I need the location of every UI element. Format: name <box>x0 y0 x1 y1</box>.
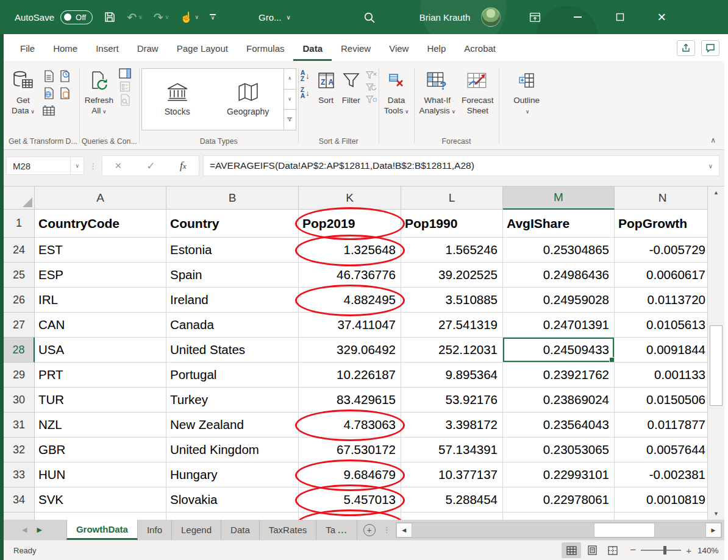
cell-L35[interactable]: 2.664488 <box>401 512 503 520</box>
row-header-28[interactable]: 28 <box>4 338 35 363</box>
cell-A29[interactable]: PRT <box>35 363 166 388</box>
cell-N24[interactable]: -0.005729 <box>615 238 711 263</box>
cell-A28[interactable]: USA <box>35 338 166 363</box>
cell-K32[interactable]: 67.530172 <box>299 438 401 463</box>
ribbon-tab-formulas[interactable]: Formulas <box>237 37 294 61</box>
reapply-filter-icon[interactable] <box>366 83 377 91</box>
redo-button[interactable]: ↷ <box>154 10 163 24</box>
cell-L1[interactable]: Pop1990 <box>401 210 503 238</box>
cell-K25[interactable]: 46.736776 <box>299 263 401 288</box>
row-header-1[interactable]: 1 <box>4 210 35 238</box>
column-header-M[interactable]: M <box>503 186 615 210</box>
share-icon[interactable] <box>677 40 695 56</box>
gallery-up-icon[interactable]: ∧ <box>284 69 296 90</box>
new-sheet-icon[interactable]: + <box>363 524 376 536</box>
column-header-N[interactable]: N <box>615 186 711 210</box>
document-title[interactable]: Gro... <box>259 12 282 23</box>
autosave-toggle[interactable]: Off <box>60 10 93 24</box>
cell-M24[interactable]: 0.25304865 <box>503 238 615 263</box>
vertical-scroll-track[interactable] <box>708 199 724 508</box>
minimize-button[interactable] <box>568 16 587 18</box>
gallery-down-icon[interactable]: ∨ <box>284 90 296 110</box>
cell-A31[interactable]: NZL <box>35 413 166 438</box>
cell-K33[interactable]: 9.684679 <box>299 463 401 487</box>
cell-L29[interactable]: 9.895364 <box>401 363 503 388</box>
cell-L28[interactable]: 252.12031 <box>401 338 503 363</box>
cell-L27[interactable]: 27.541319 <box>401 313 503 338</box>
row-header-26[interactable]: 26 <box>4 288 35 313</box>
cell-B35[interactable]: Latvia <box>166 512 299 520</box>
cell-B34[interactable]: Slovakia <box>166 487 299 512</box>
cell-M34[interactable]: 0.22978061 <box>503 487 615 512</box>
normal-view-icon[interactable] <box>562 542 581 558</box>
cell-B26[interactable]: Ireland <box>166 288 299 313</box>
close-button[interactable]: × <box>652 11 671 23</box>
search-icon[interactable] <box>363 11 376 24</box>
cell-L31[interactable]: 3.398172 <box>401 413 503 438</box>
cell-K24[interactable]: 1.325648 <box>299 238 401 263</box>
maximize-button[interactable] <box>611 13 629 21</box>
cell-M33[interactable]: 0.22993101 <box>503 463 615 487</box>
cell-B25[interactable]: Spain <box>166 263 299 288</box>
cell-K29[interactable]: 10.226187 <box>299 363 401 388</box>
sheet-tab-legend[interactable]: Legend <box>172 520 221 540</box>
cell-B31[interactable]: New Zealand <box>166 413 299 438</box>
avatar[interactable] <box>481 7 501 27</box>
row-header-31[interactable]: 31 <box>4 413 35 438</box>
row-header-30[interactable]: 30 <box>4 388 35 413</box>
formula-input[interactable]: =AVERAGEIFS(Data!AP$2:AP$12811,Data!B$2:… <box>203 155 719 176</box>
touch-mode-dropdown-icon[interactable]: ∨ <box>194 14 199 20</box>
sort-descending-icon[interactable]: ZA↓ <box>301 87 310 99</box>
from-table-icon[interactable] <box>41 102 56 118</box>
from-database-icon[interactable] <box>57 85 72 101</box>
cell-N29[interactable]: 0.001133 <box>615 363 711 388</box>
ribbon-tab-draw[interactable]: Draw <box>128 37 168 61</box>
cell-B28[interactable]: United States <box>166 338 299 363</box>
sheet-tab-taxrates[interactable]: TaxRates <box>260 520 317 540</box>
cell-A1[interactable]: CountryCode <box>35 210 166 238</box>
row-header-32[interactable]: 32 <box>4 438 35 463</box>
cell-M35[interactable]: 0.2234674 <box>503 512 615 520</box>
cell-L25[interactable]: 39.202525 <box>401 263 503 288</box>
recent-sources-icon[interactable] <box>57 68 72 84</box>
zoom-level[interactable]: 140% <box>698 546 724 555</box>
row-header-34[interactable]: 34 <box>4 487 35 512</box>
vertical-scrollbar[interactable]: ▲ ▼ <box>707 186 724 520</box>
cell-K27[interactable]: 37.411047 <box>299 313 401 338</box>
sheet-tab-ta[interactable]: Ta... <box>316 520 357 540</box>
touch-mouse-mode-icon[interactable]: ☝ <box>180 11 193 24</box>
ribbon-tab-acrobat[interactable]: Acrobat <box>455 37 505 61</box>
row-header-24[interactable]: 24 <box>4 238 35 263</box>
ribbon-tab-data[interactable]: Data <box>293 37 332 61</box>
from-text-icon[interactable] <box>41 68 56 84</box>
column-header-L[interactable]: L <box>401 186 503 210</box>
sheet-nav-left-icon[interactable]: ◀ <box>22 526 27 534</box>
name-box-dropdown-icon[interactable]: ∨ <box>70 157 84 174</box>
cell-N30[interactable]: 0.0150506 <box>615 388 711 413</box>
column-header-B[interactable]: B <box>166 186 299 210</box>
ribbon-tab-home[interactable]: Home <box>44 37 87 61</box>
get-data-button[interactable]: Get Data∨ <box>9 67 38 118</box>
user-name[interactable]: Brian Krauth <box>419 12 470 23</box>
page-layout-view-icon[interactable] <box>582 542 602 558</box>
cell-A26[interactable]: IRL <box>35 288 166 313</box>
zoom-slider[interactable] <box>641 550 681 551</box>
what-if-analysis-button[interactable]: ? What-If Analysis∨ <box>416 67 459 118</box>
cell-L24[interactable]: 1.565246 <box>401 238 503 263</box>
cell-K30[interactable]: 83.429615 <box>299 388 401 413</box>
sheet-nav-right-icon[interactable]: ▶ <box>37 526 41 534</box>
cell-N33[interactable]: -0.002381 <box>615 463 711 487</box>
cell-B27[interactable]: Canada <box>166 313 299 338</box>
cell-A32[interactable]: GBR <box>35 438 166 463</box>
zoom-out-icon[interactable]: − <box>630 544 636 556</box>
cell-A25[interactable]: ESP <box>35 263 166 288</box>
cell-A30[interactable]: TUR <box>35 388 166 413</box>
edit-links-icon[interactable] <box>119 94 131 106</box>
row-header-25[interactable]: 25 <box>4 263 35 288</box>
scroll-right-icon[interactable]: ▶ <box>705 523 721 537</box>
expand-formula-bar-icon[interactable]: ∨ <box>708 163 719 169</box>
cell-K34[interactable]: 5.457013 <box>299 487 401 512</box>
enter-icon[interactable]: ✓ <box>146 160 155 172</box>
column-header-A[interactable]: A <box>35 186 166 210</box>
cell-B1[interactable]: Country <box>166 210 299 238</box>
